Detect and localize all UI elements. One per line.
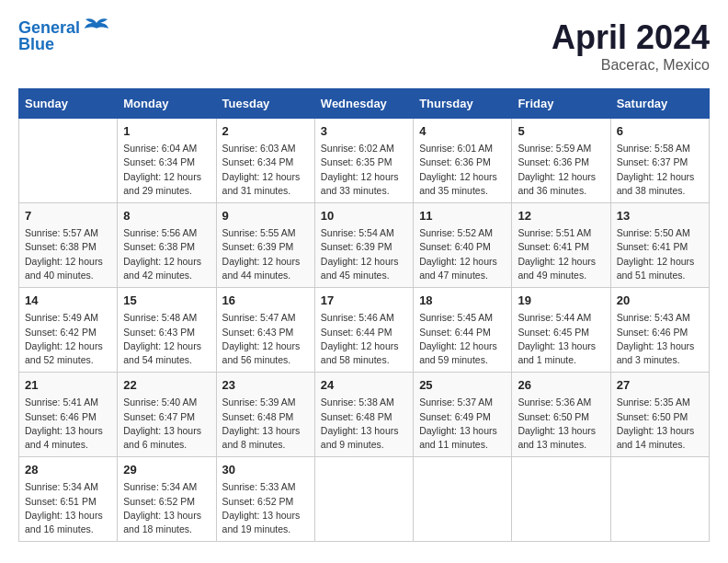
day-info: Sunrise: 6:03 AM Sunset: 6:34 PM Dayligh… [222, 142, 309, 198]
calendar-cell: 3Sunrise: 6:02 AM Sunset: 6:35 PM Daylig… [314, 119, 413, 203]
day-number: 11 [419, 208, 506, 224]
weekday-header-wednesday: Wednesday [314, 89, 413, 119]
weekday-header-saturday: Saturday [610, 89, 709, 119]
weekday-header-monday: Monday [118, 89, 216, 119]
calendar-cell: 30Sunrise: 5:33 AM Sunset: 6:52 PM Dayli… [216, 457, 314, 542]
day-number: 12 [518, 208, 604, 224]
day-number: 26 [518, 377, 604, 394]
calendar-cell: 17Sunrise: 5:46 AM Sunset: 6:44 PM Dayli… [314, 288, 413, 373]
day-number: 24 [321, 377, 407, 394]
day-number: 28 [25, 462, 111, 478]
day-info: Sunrise: 5:34 AM Sunset: 6:51 PM Dayligh… [25, 480, 111, 536]
day-number: 14 [25, 293, 111, 309]
weekday-header-thursday: Thursday [414, 89, 512, 119]
day-number: 4 [419, 123, 506, 140]
day-info: Sunrise: 6:01 AM Sunset: 6:36 PM Dayligh… [419, 142, 506, 198]
calendar-cell: 23Sunrise: 5:39 AM Sunset: 6:48 PM Dayli… [216, 373, 314, 457]
calendar-cell: 12Sunrise: 5:51 AM Sunset: 6:41 PM Dayli… [512, 203, 610, 288]
week-row-2: 7Sunrise: 5:57 AM Sunset: 6:38 PM Daylig… [19, 203, 710, 288]
week-row-1: 1Sunrise: 6:04 AM Sunset: 6:34 PM Daylig… [19, 119, 710, 203]
calendar-cell [512, 457, 610, 542]
calendar-cell: 5Sunrise: 5:59 AM Sunset: 6:36 PM Daylig… [512, 119, 610, 203]
calendar-cell: 7Sunrise: 5:57 AM Sunset: 6:38 PM Daylig… [19, 203, 118, 288]
day-number: 7 [25, 208, 111, 224]
day-number: 20 [617, 293, 703, 309]
day-number: 2 [222, 123, 309, 140]
day-info: Sunrise: 5:41 AM Sunset: 6:46 PM Dayligh… [25, 396, 111, 452]
calendar-cell: 8Sunrise: 5:56 AM Sunset: 6:38 PM Daylig… [118, 203, 216, 288]
calendar-cell: 14Sunrise: 5:49 AM Sunset: 6:42 PM Dayli… [19, 288, 118, 373]
calendar-cell [610, 457, 709, 542]
calendar-cell [414, 457, 512, 542]
day-number: 8 [123, 208, 210, 224]
calendar-cell: 28Sunrise: 5:34 AM Sunset: 6:51 PM Dayli… [19, 457, 118, 542]
day-info: Sunrise: 6:04 AM Sunset: 6:34 PM Dayligh… [123, 142, 210, 198]
day-number: 25 [419, 377, 506, 394]
day-info: Sunrise: 5:46 AM Sunset: 6:44 PM Dayligh… [321, 311, 407, 367]
day-info: Sunrise: 5:38 AM Sunset: 6:48 PM Dayligh… [321, 396, 407, 452]
calendar-cell: 26Sunrise: 5:36 AM Sunset: 6:50 PM Dayli… [512, 373, 610, 457]
month-title: April 2024 [552, 18, 710, 57]
day-info: Sunrise: 5:49 AM Sunset: 6:42 PM Dayligh… [25, 311, 111, 367]
day-info: Sunrise: 5:39 AM Sunset: 6:48 PM Dayligh… [222, 396, 309, 452]
day-info: Sunrise: 5:54 AM Sunset: 6:39 PM Dayligh… [321, 226, 407, 282]
calendar-cell: 10Sunrise: 5:54 AM Sunset: 6:39 PM Dayli… [314, 203, 413, 288]
day-info: Sunrise: 5:51 AM Sunset: 6:41 PM Dayligh… [518, 226, 604, 282]
page-header: General Blue April 2024 Bacerac, Mexico [18, 18, 710, 74]
day-number: 15 [123, 293, 210, 309]
calendar-cell: 19Sunrise: 5:44 AM Sunset: 6:45 PM Dayli… [512, 288, 610, 373]
day-number: 3 [321, 123, 407, 140]
day-info: Sunrise: 5:33 AM Sunset: 6:52 PM Dayligh… [222, 480, 309, 536]
calendar-cell: 25Sunrise: 5:37 AM Sunset: 6:49 PM Dayli… [414, 373, 512, 457]
day-number: 27 [617, 377, 703, 394]
day-info: Sunrise: 5:47 AM Sunset: 6:43 PM Dayligh… [222, 311, 309, 367]
calendar-cell: 22Sunrise: 5:40 AM Sunset: 6:47 PM Dayli… [118, 373, 216, 457]
day-info: Sunrise: 5:58 AM Sunset: 6:37 PM Dayligh… [617, 142, 703, 198]
day-info: Sunrise: 5:43 AM Sunset: 6:46 PM Dayligh… [617, 311, 703, 367]
calendar-cell: 6Sunrise: 5:58 AM Sunset: 6:37 PM Daylig… [610, 119, 709, 203]
day-info: Sunrise: 5:35 AM Sunset: 6:50 PM Dayligh… [617, 396, 703, 452]
calendar-cell: 20Sunrise: 5:43 AM Sunset: 6:46 PM Dayli… [610, 288, 709, 373]
calendar-cell: 18Sunrise: 5:45 AM Sunset: 6:44 PM Dayli… [414, 288, 512, 373]
title-area: April 2024 Bacerac, Mexico [552, 18, 710, 74]
day-number: 22 [123, 377, 210, 394]
weekday-header-sunday: Sunday [19, 89, 118, 119]
day-info: Sunrise: 5:57 AM Sunset: 6:38 PM Dayligh… [25, 226, 111, 282]
calendar-cell: 9Sunrise: 5:55 AM Sunset: 6:39 PM Daylig… [216, 203, 314, 288]
weekday-header-tuesday: Tuesday [216, 89, 314, 119]
day-info: Sunrise: 5:40 AM Sunset: 6:47 PM Dayligh… [123, 396, 210, 452]
calendar-cell: 21Sunrise: 5:41 AM Sunset: 6:46 PM Dayli… [19, 373, 118, 457]
calendar-cell: 13Sunrise: 5:50 AM Sunset: 6:41 PM Dayli… [610, 203, 709, 288]
day-number: 9 [222, 208, 309, 224]
calendar-cell [19, 119, 118, 203]
location: Bacerac, Mexico [552, 57, 710, 74]
day-info: Sunrise: 5:48 AM Sunset: 6:43 PM Dayligh… [123, 311, 210, 367]
day-number: 5 [518, 123, 604, 140]
calendar-cell [314, 457, 413, 542]
calendar-cell: 15Sunrise: 5:48 AM Sunset: 6:43 PM Dayli… [118, 288, 216, 373]
day-number: 18 [419, 293, 506, 309]
calendar-table: SundayMondayTuesdayWednesdayThursdayFrid… [18, 88, 710, 542]
calendar-cell: 24Sunrise: 5:38 AM Sunset: 6:48 PM Dayli… [314, 373, 413, 457]
day-number: 23 [222, 377, 309, 394]
day-number: 6 [617, 123, 703, 140]
day-number: 13 [617, 208, 703, 224]
day-number: 21 [25, 377, 111, 394]
day-info: Sunrise: 5:36 AM Sunset: 6:50 PM Dayligh… [518, 396, 604, 452]
logo-text-blue: Blue [18, 35, 54, 55]
day-info: Sunrise: 5:52 AM Sunset: 6:40 PM Dayligh… [419, 226, 506, 282]
day-info: Sunrise: 5:56 AM Sunset: 6:38 PM Dayligh… [123, 226, 210, 282]
week-row-4: 21Sunrise: 5:41 AM Sunset: 6:46 PM Dayli… [19, 373, 710, 457]
day-info: Sunrise: 5:55 AM Sunset: 6:39 PM Dayligh… [222, 226, 309, 282]
day-info: Sunrise: 5:37 AM Sunset: 6:49 PM Dayligh… [419, 396, 506, 452]
calendar-cell: 4Sunrise: 6:01 AM Sunset: 6:36 PM Daylig… [414, 119, 512, 203]
calendar-cell: 11Sunrise: 5:52 AM Sunset: 6:40 PM Dayli… [414, 203, 512, 288]
logo-bird-icon [84, 16, 109, 36]
day-info: Sunrise: 5:45 AM Sunset: 6:44 PM Dayligh… [419, 311, 506, 367]
day-number: 1 [123, 123, 210, 140]
week-row-5: 28Sunrise: 5:34 AM Sunset: 6:51 PM Dayli… [19, 457, 710, 542]
calendar-cell: 16Sunrise: 5:47 AM Sunset: 6:43 PM Dayli… [216, 288, 314, 373]
day-info: Sunrise: 5:44 AM Sunset: 6:45 PM Dayligh… [518, 311, 604, 367]
day-number: 30 [222, 462, 309, 478]
week-row-3: 14Sunrise: 5:49 AM Sunset: 6:42 PM Dayli… [19, 288, 710, 373]
